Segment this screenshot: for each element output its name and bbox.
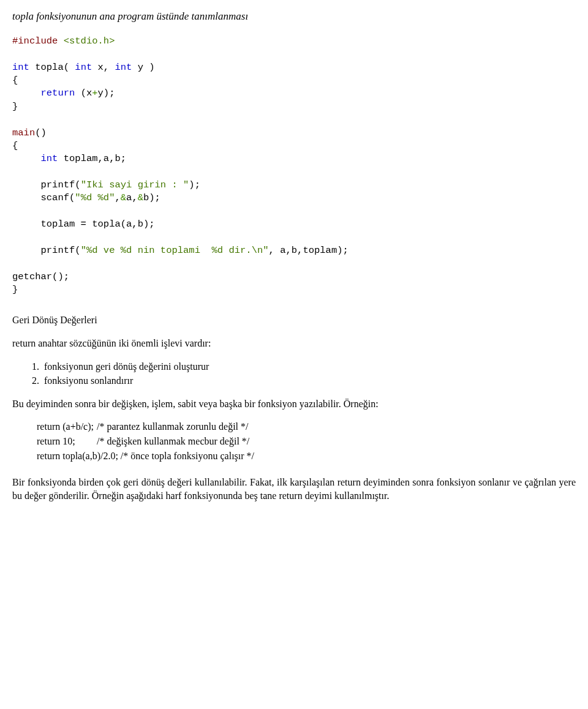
code-token: y);	[98, 88, 115, 99]
code-token: main	[12, 127, 35, 138]
code-token: ()	[35, 127, 47, 138]
return-examples: return (a+b/c); /* parantez kullanmak zo…	[12, 420, 576, 462]
code-token: b);	[143, 192, 160, 203]
code-token: y )	[132, 62, 154, 73]
code-token: ,	[115, 192, 120, 203]
code-token: a,	[126, 192, 138, 203]
list-item: fonksiyonun geri dönüş değerini oluşturu…	[42, 360, 576, 373]
code-token: topla(	[29, 62, 75, 73]
code-token: x,	[92, 62, 115, 73]
code-token	[12, 153, 41, 164]
paragraph: return anahtar sözcüğünün iki önemli işl…	[12, 337, 576, 350]
code-token: scanf(	[12, 192, 75, 203]
code-token: }	[12, 101, 18, 112]
code-token: }	[12, 284, 18, 295]
return-comment: /* parantez kullanmak zorunlu değil */	[97, 421, 248, 432]
code-token: +	[92, 88, 97, 99]
return-expr: return topla(a,b)/2.0; /* önce topla fon…	[37, 451, 254, 461]
code-token: {	[12, 75, 18, 86]
code-token: "%d ve %d nin toplami %d dir.\n"	[81, 245, 269, 256]
code-token: &	[138, 192, 143, 203]
section-heading: Geri Dönüş Değerleri	[12, 313, 576, 327]
code-token: printf(	[12, 179, 81, 190]
code-token: toplam,a,b;	[58, 153, 126, 164]
paragraph: Bir fonksiyonda birden çok geri dönüş de…	[12, 476, 576, 502]
code-token: &	[121, 192, 126, 203]
code-token: (x	[75, 88, 92, 99]
code-token: getchar();	[12, 271, 69, 282]
return-example-row: return (a+b/c); /* parantez kullanmak zo…	[37, 420, 576, 433]
page-title-italic: topla fonksiyonunun ana program üstünde …	[12, 10, 576, 24]
code-listing: #include <stdio.h> int topla( int x, int…	[12, 35, 576, 297]
code-token: toplam = topla(a,b);	[12, 219, 155, 230]
return-expr: return 10;	[37, 435, 94, 448]
return-example-row: return 10; /* değişken kullanmak mecbur …	[37, 435, 576, 448]
code-token: int	[41, 153, 58, 164]
code-token: int	[115, 62, 132, 73]
code-token: {	[12, 140, 18, 151]
code-token: , a,b,toplam);	[269, 245, 349, 256]
code-token: );	[189, 179, 200, 190]
numbered-list: fonksiyonun geri dönüş değerini oluşturu…	[12, 360, 576, 388]
paragraph: Bu deyiminden sonra bir değişken, işlem,…	[12, 397, 576, 411]
code-token: #include	[12, 36, 64, 47]
code-token: <stdio.h>	[64, 36, 115, 47]
code-token: return	[41, 88, 75, 99]
return-example-row: return topla(a,b)/2.0; /* önce topla fon…	[37, 449, 576, 463]
code-token: printf(	[12, 245, 81, 256]
return-expr: return (a+b/c);	[37, 420, 94, 433]
code-token: int	[12, 62, 29, 73]
code-token: "Iki sayi girin : "	[81, 179, 189, 190]
code-token: int	[75, 62, 92, 73]
list-item: fonksiyonu sonlandırır	[42, 374, 576, 388]
code-token	[12, 88, 41, 99]
return-comment: /* değişken kullanmak mecbur değil */	[97, 436, 249, 446]
code-token: "%d %d"	[75, 192, 115, 203]
